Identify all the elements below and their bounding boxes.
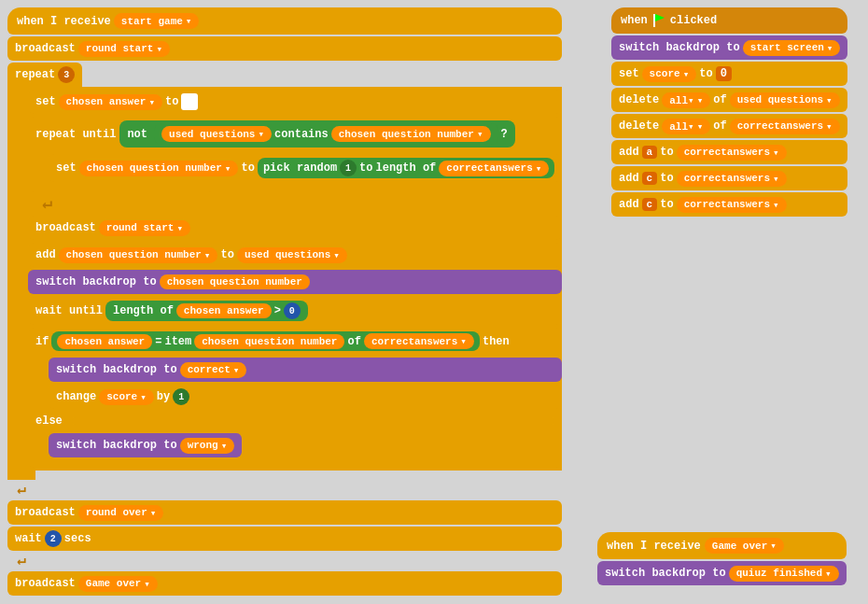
- chosen-ans-if[interactable]: chosen answer: [57, 334, 152, 349]
- question-mark: ?: [501, 128, 508, 141]
- a-val: a: [642, 146, 658, 159]
- add-c2-correctanswers[interactable]: add c to correctanswers: [611, 192, 847, 217]
- if-condition[interactable]: chosen answer = item chosen question num…: [51, 331, 480, 351]
- chosen-q-if[interactable]: chosen question number: [194, 334, 344, 349]
- length-of-label: length of: [376, 162, 437, 175]
- used-questions-var[interactable]: used questions: [161, 126, 272, 142]
- add-label1: add: [35, 248, 56, 261]
- correctanswers-add1[interactable]: correctanswers: [677, 145, 787, 161]
- all-pill-2[interactable]: all▾: [662, 119, 710, 134]
- correctanswers-if[interactable]: correctanswers: [364, 333, 474, 349]
- switch-correct-block[interactable]: switch backdrop to correct: [49, 358, 562, 382]
- delete-correctanswers[interactable]: delete all▾ of correctanswers: [611, 114, 847, 138]
- set-score-block[interactable]: set score to 0: [611, 62, 847, 86]
- switch-backdrop-quiuz[interactable]: switch backdrop to quiuz finished: [597, 561, 847, 585]
- secs-label: secs: [64, 532, 91, 545]
- pick-random-label: pick random: [263, 162, 337, 175]
- switch-wrong-label: switch backdrop to: [56, 439, 177, 452]
- broadcast-round-start-block[interactable]: broadcast round start: [7, 36, 562, 61]
- c-val1: c: [642, 172, 658, 185]
- add-to-used-questions[interactable]: add chosen question number to used quest…: [28, 243, 562, 267]
- wait-until-label: wait until: [35, 304, 103, 317]
- length-condition[interactable]: length of chosen answer > 0: [105, 301, 308, 321]
- else-label-block: else: [28, 412, 562, 430]
- switch-backdrop-question[interactable]: switch backdrop to chosen question numbe…: [28, 270, 562, 294]
- chosen-q-backdrop[interactable]: chosen question number: [160, 274, 310, 289]
- round-over-pill[interactable]: round over: [78, 505, 164, 521]
- repeat-label: repeat: [15, 68, 55, 81]
- add-a-correctanswers[interactable]: add a to correctanswers: [611, 140, 847, 164]
- wrong-val[interactable]: wrong: [180, 438, 235, 454]
- chosen-q-num-2[interactable]: chosen question number: [59, 247, 218, 263]
- then-label: then: [483, 335, 510, 348]
- broadcast-round-over[interactable]: broadcast round over: [7, 500, 562, 525]
- if-header[interactable]: if chosen answer = item chosen question …: [28, 328, 562, 355]
- broadcast-round-start-2[interactable]: broadcast round start: [28, 216, 562, 240]
- add-c1-correctanswers[interactable]: add c to correctanswers: [611, 166, 847, 190]
- start-screen-val[interactable]: start screen: [743, 40, 841, 56]
- correct-val[interactable]: correct: [180, 362, 247, 378]
- add-label-r2: add: [619, 172, 639, 185]
- when-label: when: [621, 14, 648, 27]
- round-start-pill[interactable]: round start: [78, 41, 170, 57]
- switch-wrong-block[interactable]: switch backdrop to wrong: [49, 433, 242, 457]
- repeat-header[interactable]: repeat 3: [7, 63, 82, 87]
- repeat-until-block: repeat until not used questions contains…: [28, 117, 562, 213]
- chosen-q-num-var[interactable]: chosen question number: [79, 161, 239, 176]
- switch-backdrop-label1: switch backdrop to: [35, 275, 157, 288]
- set-chosen-answer-block[interactable]: set chosen answer to: [28, 90, 562, 114]
- empty-input[interactable]: [181, 93, 198, 110]
- correctanswers-del[interactable]: correctanswers: [730, 119, 840, 134]
- correctanswers-add2[interactable]: correctanswers: [677, 171, 787, 187]
- wait-secs-block[interactable]: wait 2 secs: [7, 527, 562, 551]
- delete-label1: delete: [619, 93, 659, 106]
- svg-rect-0: [653, 14, 655, 27]
- to-label3: to: [359, 162, 372, 175]
- wait-num: 2: [45, 530, 62, 547]
- chosen-answer-var[interactable]: chosen answer: [59, 94, 162, 110]
- score-var[interactable]: score: [99, 389, 154, 405]
- to-label-r1-3: to: [660, 172, 673, 185]
- repeat-until-header[interactable]: repeat until not used questions contains…: [28, 117, 562, 151]
- chosen-answer-length[interactable]: chosen answer: [176, 303, 272, 318]
- when-receive-gameover-block[interactable]: when I receive Game over: [597, 532, 847, 559]
- round-start-2-pill[interactable]: round start: [99, 220, 190, 236]
- num-1: 1: [340, 160, 357, 176]
- gt-label: >: [274, 304, 281, 317]
- c-val2: c: [642, 198, 658, 211]
- one-val: 1: [173, 388, 189, 405]
- used-q-del[interactable]: used questions: [730, 92, 840, 108]
- contains-block[interactable]: used questions contains chosen question …: [154, 123, 498, 145]
- correctanswers-var1[interactable]: correctanswers: [439, 161, 549, 176]
- chosen-question-number-var[interactable]: chosen question number: [331, 126, 491, 142]
- game-over-receive-val[interactable]: Game over: [705, 538, 784, 554]
- delete-used-questions[interactable]: delete all▾ of used questions: [611, 88, 847, 112]
- when-receive-block[interactable]: when I receive start game: [7, 7, 562, 35]
- to-label1: to: [165, 95, 178, 108]
- game-over-pill[interactable]: Game over: [78, 576, 158, 592]
- start-game-pill[interactable]: start game: [114, 13, 200, 29]
- wait-until-block[interactable]: wait until length of chosen answer > 0: [28, 297, 562, 325]
- used-questions-2[interactable]: used questions: [237, 247, 347, 263]
- repeat-until-label: repeat until: [35, 128, 116, 141]
- when-receive-label2: when I receive: [607, 540, 701, 553]
- repeat3-arrow: ↵: [7, 480, 562, 499]
- change-score-block[interactable]: change score by 1: [49, 385, 562, 409]
- to-label-r1: to: [699, 67, 712, 80]
- all-pill-1[interactable]: all▾: [662, 92, 710, 108]
- set-chosen-question-block[interactable]: set chosen question number to pick rando…: [49, 154, 562, 182]
- score-var-r1[interactable]: score: [642, 66, 697, 82]
- of-label-2: of: [713, 119, 726, 133]
- when-clicked-block[interactable]: when clicked: [611, 7, 847, 34]
- broadcast-game-over[interactable]: broadcast Game over: [7, 571, 562, 596]
- broadcast-label2: broadcast: [35, 221, 96, 234]
- when-receive-gameover-stack: when I receive Game over switch backdrop…: [597, 532, 847, 585]
- pick-random-block[interactable]: pick random 1 to length of correctanswer…: [258, 158, 554, 178]
- to-label-r1-2: to: [660, 146, 673, 159]
- eq-label: =: [155, 335, 161, 348]
- correctanswers-add3[interactable]: correctanswers: [677, 197, 787, 213]
- else-label-text: else: [35, 414, 63, 428]
- not-block[interactable]: not used questions contains chosen quest…: [119, 120, 514, 147]
- switch-backdrop-start[interactable]: switch backdrop to start screen: [611, 35, 847, 60]
- quiuz-finished-val[interactable]: quiuz finished: [729, 566, 839, 582]
